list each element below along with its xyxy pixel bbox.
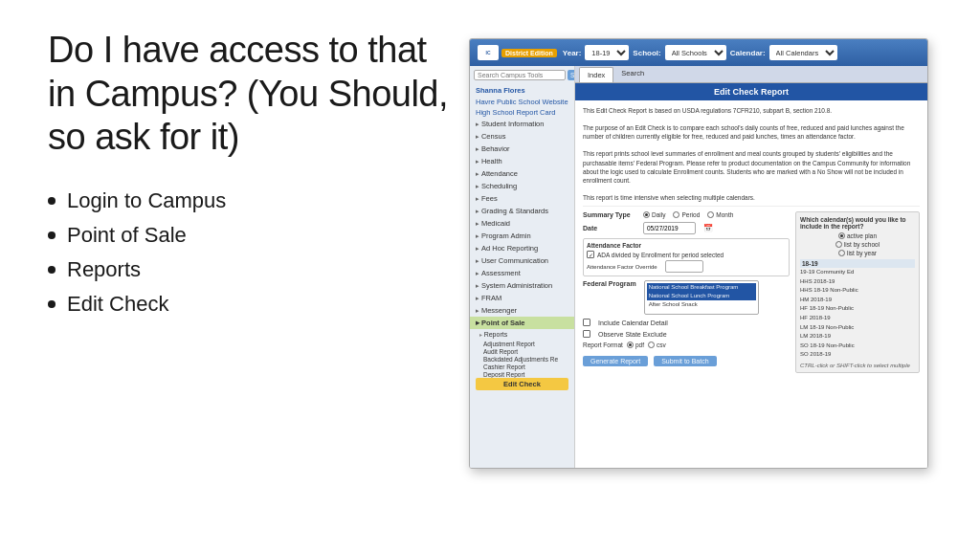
sidebar-item-user-comm[interactable]: User Communication <box>470 254 574 267</box>
radio-month[interactable]: Month <box>707 211 733 218</box>
sidebar-edit-check-button[interactable]: Edit Check <box>476 378 568 390</box>
sidebar-item-program-admin[interactable]: Program Admin <box>470 230 574 242</box>
observe-state-checkbox[interactable] <box>583 330 590 338</box>
submit-batch-button[interactable]: Submit to Batch <box>654 356 716 366</box>
calendar-select[interactable]: All Calendars <box>769 45 837 60</box>
sidebar-item-census[interactable]: Census <box>470 130 574 143</box>
cal-item-9[interactable]: SO 2018-19 <box>800 350 915 360</box>
cal-item-0[interactable]: 19-19 Community Ed <box>800 268 915 277</box>
cal-item-2[interactable]: HHS 18-19 Non-Public <box>800 286 915 296</box>
sidebar-item-fees[interactable]: Fees <box>470 192 574 205</box>
bullet-text-2: Point of Sale <box>67 223 187 248</box>
campus-content: Search Shanna Flores Havre Public School… <box>470 66 927 468</box>
search-input[interactable] <box>474 70 566 80</box>
bullet-dot-4 <box>48 300 56 308</box>
attendance-override-input[interactable] <box>665 260 703 273</box>
sidebar-item-sysadmin[interactable]: System Administration <box>470 279 574 292</box>
cal-radio-active[interactable]: active plan <box>838 232 877 239</box>
calendar-icon[interactable]: 📅 <box>703 224 713 232</box>
tab-index[interactable]: Index <box>579 67 613 82</box>
campus-topbar: IC District Edition Year: 18-19 School: … <box>470 39 927 66</box>
cal-item-7[interactable]: LM 2018-19 <box>800 332 915 342</box>
action-buttons: Generate Report Submit to Batch <box>583 356 790 366</box>
sidebar-sub-backdated[interactable]: Backdated Adjustments Re <box>470 355 574 363</box>
sidebar-user-name[interactable]: Shanna Flores <box>470 84 574 97</box>
format-csv-option[interactable]: csv <box>648 342 666 348</box>
sidebar-link-report-card[interactable]: High School Report Card <box>470 107 574 118</box>
cal-item-6[interactable]: LM 18-19 Non-Public <box>800 323 915 333</box>
search-button[interactable]: Search <box>568 70 575 80</box>
edit-check-report-header: Edit Check Report <box>575 83 927 100</box>
calendar-list[interactable]: 19-19 Community Ed HHS 2018-19 HHS 18-19… <box>800 268 915 360</box>
format-pdf-option[interactable]: pdf <box>627 342 644 348</box>
desc-4: This report is time intensive when selec… <box>583 193 920 202</box>
sidebar-item-grading[interactable]: Grading & Standards <box>470 205 574 217</box>
calendar-panel-title: Which calendar(s) would you like to incl… <box>800 216 915 230</box>
tab-search[interactable]: Search <box>613 66 652 82</box>
sidebar-item-health[interactable]: Health <box>470 155 574 167</box>
cal-item-1[interactable]: HHS 2018-19 <box>800 277 915 287</box>
format-csv-radio <box>648 342 655 348</box>
year-label: Year: <box>563 49 582 57</box>
district-edition-badge: District Edition <box>501 49 557 57</box>
cal-radio-year[interactable]: list by year <box>838 250 877 256</box>
campus-logo: IC District Edition <box>478 45 557 60</box>
edit-check-panel: Edit Check Report This Edit Check Report… <box>575 83 927 468</box>
include-calendar-row: Include Calendar Detail <box>583 319 790 326</box>
ada-checkbox[interactable] <box>587 251 594 258</box>
sidebar-sub-cashier[interactable]: Cashier Report <box>470 363 574 370</box>
school-label: School: <box>633 49 660 57</box>
generate-report-button[interactable]: Generate Report <box>583 356 648 366</box>
bullet-list: Login to Campus Point of Sale Reports Ed… <box>48 188 450 317</box>
radio-month-dot <box>707 211 714 218</box>
sidebar-item-adhoc[interactable]: Ad Hoc Reporting <box>470 242 574 254</box>
year-select[interactable]: 18-19 <box>585 45 629 60</box>
report-description: This Edit Check Report is based on USDA … <box>583 106 920 207</box>
slide-container: Do I have access to that in Campus? (You… <box>0 0 980 551</box>
sidebar-item-behavior[interactable]: Behavior <box>470 143 574 155</box>
sidebar-item-attendance[interactable]: Attendance <box>470 167 574 180</box>
sidebar-sub-adjustment[interactable]: Adjustment Report <box>470 340 574 347</box>
main-title: Do I have access to that in Campus? (You… <box>48 29 450 160</box>
date-input[interactable] <box>643 222 696 234</box>
campus-logo-icon: IC <box>478 45 499 60</box>
include-calendar-checkbox[interactable] <box>583 319 590 326</box>
cal-item-4[interactable]: HF 18-19 Non-Public <box>800 304 915 314</box>
desc-1: This Edit Check Report is based on USDA … <box>583 106 920 115</box>
bullet-text-4: Edit Check <box>67 292 168 317</box>
include-calendar-label: Include Calendar Detail <box>598 320 668 326</box>
sidebar-sub-deposit[interactable]: Deposit Report <box>470 370 574 378</box>
cal-item-8[interactable]: SO 18-19 Non-Public <box>800 342 915 351</box>
federal-program-multiselect[interactable]: National School Breakfast Program Nation… <box>644 280 759 315</box>
attendance-factor-title: Attendance Factor <box>587 242 786 249</box>
radio-daily[interactable]: Daily <box>643 211 665 218</box>
program-option-1[interactable]: National School Breakfast Program <box>647 283 756 292</box>
radio-period[interactable]: Period <box>673 211 700 218</box>
sidebar-item-scheduling[interactable]: Scheduling <box>470 180 574 192</box>
cal-radio-school[interactable]: list by school <box>835 241 880 248</box>
program-option-2[interactable]: National School Lunch Program <box>647 292 756 300</box>
sidebar-item-medicaid[interactable]: Medicaid <box>470 217 574 230</box>
sidebar-sub-audit[interactable]: Audit Report <box>470 347 574 355</box>
attendance-factor-section: Attendance Factor ADA divided by Enrollm… <box>583 238 790 276</box>
summary-radio-group: Daily Period <box>643 211 733 218</box>
sidebar-sub-reports[interactable]: Reports <box>470 329 574 340</box>
bullet-item-2: Point of Sale <box>48 223 450 248</box>
date-label: Date <box>583 225 635 231</box>
federal-program-row: Federal Program National School Breakfas… <box>583 280 790 315</box>
program-option-3[interactable]: After School Snack <box>647 300 756 309</box>
sidebar-item-messenger[interactable]: Messenger <box>470 304 574 317</box>
radio-daily-label: Daily <box>652 211 665 218</box>
bullet-dot-2 <box>48 231 56 239</box>
ada-option-label: ADA divided by Enrollment for period sel… <box>597 252 724 258</box>
main-tabs: Index Search <box>575 66 927 83</box>
sidebar-item-assessment[interactable]: Assessment <box>470 267 574 279</box>
sidebar-item-student-info[interactable]: Student Information <box>470 118 574 130</box>
cal-item-3[interactable]: HM 2018-19 <box>800 296 915 305</box>
school-select[interactable]: All Schools <box>665 45 726 60</box>
cal-item-5[interactable]: HF 2018-19 <box>800 314 915 323</box>
bullet-text-1: Login to Campus <box>67 188 226 213</box>
sidebar-link-school-website[interactable]: Havre Public School Website <box>470 97 574 107</box>
sidebar-item-pos-highlighted[interactable]: ▸ Point of Sale <box>470 317 574 329</box>
sidebar-item-fram[interactable]: FRAM <box>470 292 574 304</box>
